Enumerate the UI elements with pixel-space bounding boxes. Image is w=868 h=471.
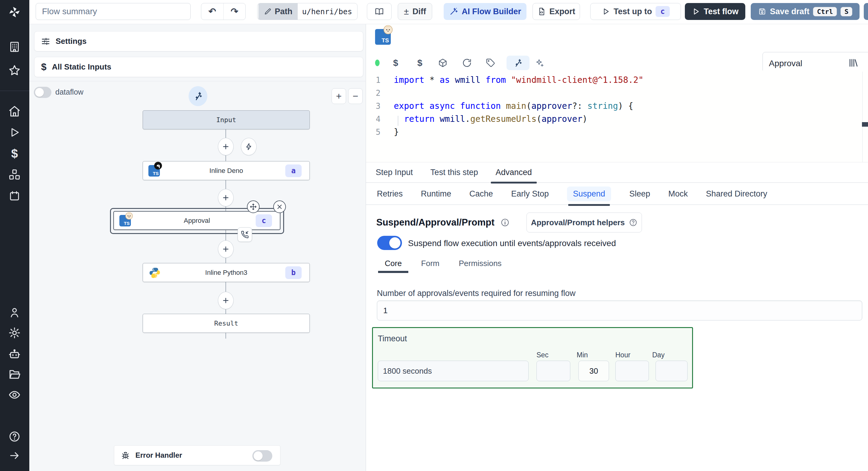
- step-id-badge: b: [285, 266, 302, 279]
- add-trigger-button[interactable]: [241, 138, 256, 155]
- undo-icon[interactable]: ↶: [201, 3, 224, 20]
- timeout-day-input[interactable]: [655, 361, 688, 381]
- plus-icon: [222, 245, 230, 253]
- flow-node-approval[interactable]: TS Approval c: [113, 211, 280, 230]
- info-icon[interactable]: [500, 218, 509, 227]
- tag-icon[interactable]: [485, 58, 496, 68]
- error-handler-toggle[interactable]: [252, 450, 272, 462]
- unit-label-hour: Hour: [615, 351, 630, 359]
- add-step-button[interactable]: [218, 292, 234, 309]
- test-up-to-step-badge: c: [655, 6, 670, 17]
- flow-node-input[interactable]: Input: [143, 110, 310, 129]
- tab-cache[interactable]: Cache: [469, 189, 493, 199]
- sparkles-icon[interactable]: [534, 58, 545, 68]
- test-up-to-button[interactable]: Test up to c: [590, 3, 681, 20]
- ai-graph-wand-button[interactable]: [189, 86, 207, 106]
- approval-prompt-helpers-button[interactable]: Approval/Prompt helpers: [526, 212, 642, 233]
- approvals-count-input[interactable]: [377, 300, 862, 320]
- graph-divider: [29, 81, 366, 81]
- workers-robot-icon[interactable]: [7, 347, 22, 361]
- workspace-building-icon[interactable]: [7, 39, 22, 54]
- tab-advanced[interactable]: Advanced: [496, 168, 532, 177]
- all-static-inputs-button[interactable]: $ All Static Inputs: [34, 57, 363, 77]
- unit-label-day: Day: [652, 351, 664, 359]
- add-step-button[interactable]: [218, 240, 234, 258]
- variables-dollar-icon[interactable]: $: [7, 146, 22, 161]
- path-button[interactable]: Path: [258, 3, 298, 20]
- tab-runtime[interactable]: Runtime: [421, 189, 452, 199]
- home-icon[interactable]: [7, 104, 22, 118]
- resources-boxes-icon[interactable]: [7, 168, 22, 182]
- settings-gear-icon[interactable]: [7, 326, 22, 340]
- flow-node-inline-deno[interactable]: TS Inline Deno a: [143, 161, 310, 180]
- expand-arrow-icon[interactable]: [7, 448, 22, 463]
- close-icon: [276, 203, 283, 210]
- dataflow-toggle[interactable]: [34, 87, 51, 98]
- export-button[interactable]: Export: [532, 3, 580, 20]
- help-icon[interactable]: [7, 429, 22, 444]
- tab-form[interactable]: Form: [421, 259, 439, 268]
- suspend-phone-badge[interactable]: [238, 227, 252, 242]
- assets-dollar-icon[interactable]: $: [391, 58, 401, 68]
- tab-shared-directory[interactable]: Shared Directory: [706, 189, 767, 199]
- add-step-button[interactable]: [218, 189, 234, 206]
- flow-summary-input[interactable]: [36, 3, 191, 20]
- flow-node-inline-python[interactable]: Inline Python3 b: [143, 263, 310, 282]
- tab-permissions[interactable]: Permissions: [459, 259, 502, 268]
- suspend-toggle[interactable]: [377, 236, 402, 250]
- diff-button[interactable]: ± Diff: [398, 3, 432, 20]
- timeout-seconds-input[interactable]: [378, 361, 529, 381]
- audit-eye-icon[interactable]: [7, 388, 22, 402]
- help-circle-icon: [629, 218, 638, 227]
- add-step-button[interactable]: [218, 138, 234, 155]
- step-language-icon: TS: [375, 29, 391, 45]
- tab-core[interactable]: Core: [385, 259, 402, 268]
- path-value[interactable]: u/henri/bes: [298, 7, 356, 16]
- users-person-icon[interactable]: [7, 305, 22, 320]
- zoom-in-button[interactable]: +: [332, 88, 346, 104]
- ai-assistant-button[interactable]: [506, 56, 529, 70]
- timeout-min-input[interactable]: [579, 361, 609, 381]
- tab-test-this-step[interactable]: Test this step: [430, 168, 478, 177]
- schedules-calendar-icon[interactable]: [7, 189, 22, 203]
- folders-icon[interactable]: [7, 367, 22, 382]
- unit-label-sec: Sec: [536, 351, 549, 359]
- tab-retries[interactable]: Retries: [377, 189, 403, 199]
- timeout-label: Timeout: [378, 334, 407, 344]
- tab-mock[interactable]: Mock: [668, 189, 688, 199]
- dumpling-emoji-icon: [383, 24, 393, 34]
- code-lines: 1import * as wmill from "windmill-client…: [366, 73, 868, 139]
- code-editor[interactable]: 1import * as wmill from "windmill-client…: [366, 70, 868, 163]
- flow-settings-button[interactable]: Settings: [34, 31, 363, 51]
- ai-flow-builder-button[interactable]: AI Flow Builder: [444, 3, 526, 20]
- move-node-button[interactable]: [247, 200, 259, 213]
- favorites-star-icon[interactable]: [7, 63, 22, 78]
- variables-dollar-icon[interactable]: $: [415, 58, 425, 68]
- suspend-toggle-label: Suspend flow execution until events/appr…: [408, 238, 616, 248]
- runs-play-icon[interactable]: [7, 125, 22, 140]
- play-icon: [601, 7, 610, 16]
- deploy-button-cutoff[interactable]: [864, 3, 868, 20]
- flow-node-result[interactable]: Result: [143, 314, 310, 333]
- tab-early-stop[interactable]: Early Stop: [511, 189, 549, 199]
- save-draft-button[interactable]: Save draft Ctrl S: [751, 3, 860, 20]
- refresh-icon[interactable]: [462, 58, 472, 68]
- timeout-hour-input[interactable]: [615, 361, 649, 381]
- windmill-logo-icon[interactable]: [7, 5, 22, 19]
- tab-step-input[interactable]: Step Input: [376, 168, 413, 177]
- book-icon: [375, 7, 384, 16]
- lightning-icon: [245, 143, 253, 151]
- error-handler-card[interactable]: Error Handler: [114, 445, 280, 465]
- kbd-ctrl: Ctrl: [813, 7, 837, 16]
- tab-suspend[interactable]: Suspend: [567, 186, 612, 201]
- delete-node-button[interactable]: [273, 200, 286, 213]
- zoom-out-button[interactable]: −: [348, 88, 363, 104]
- tab-sleep[interactable]: Sleep: [629, 189, 650, 199]
- package-icon[interactable]: [438, 58, 448, 68]
- redo-icon[interactable]: ↷: [224, 3, 246, 20]
- timeout-sec-input[interactable]: [536, 361, 570, 381]
- test-flow-button[interactable]: Test flow: [685, 3, 745, 20]
- editor-scrollbar[interactable]: [862, 122, 868, 127]
- library-icon[interactable]: [848, 58, 858, 68]
- docs-button[interactable]: [367, 3, 392, 20]
